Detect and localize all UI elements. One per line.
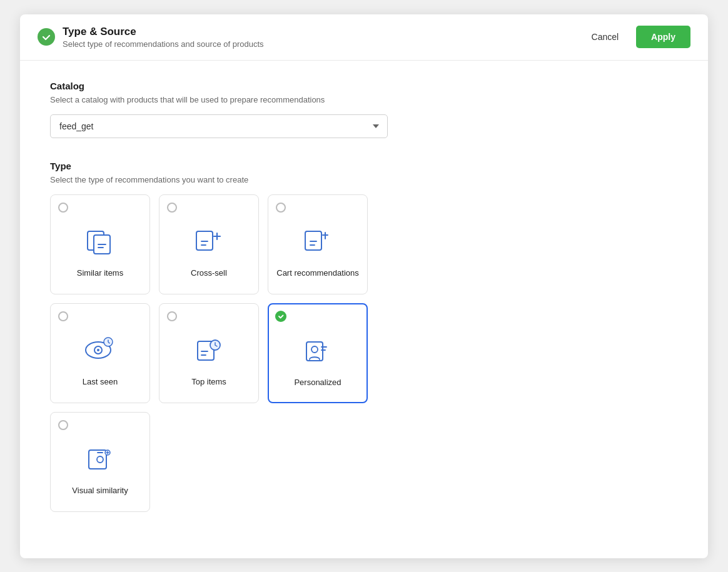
- type-card-visual-similarity[interactable]: Visual similarity: [50, 412, 150, 512]
- similar-items-label: Similar items: [77, 268, 123, 279]
- catalog-section-desc: Select a catalog with products that will…: [50, 95, 678, 104]
- catalog-section: Catalog Select a catalog with products t…: [50, 81, 678, 138]
- svg-rect-2: [196, 231, 213, 250]
- type-card-grid: Similar items Cross-sell: [50, 194, 678, 512]
- svg-rect-3: [305, 231, 321, 250]
- header-left: Type & Source Select type of recommendat…: [38, 26, 264, 49]
- visual-similarity-icon: [81, 440, 119, 478]
- type-card-cross-sell[interactable]: Cross-sell: [159, 194, 259, 294]
- svg-point-11: [311, 346, 318, 353]
- radio-last-seen: [58, 311, 68, 321]
- type-card-cart-recommendations[interactable]: Cart recommendations: [268, 194, 368, 294]
- type-card-personalized[interactable]: Personalized: [268, 303, 368, 403]
- svg-point-6: [97, 349, 99, 351]
- radio-top-items: [167, 311, 177, 321]
- type-section-desc: Select the type of recommendations you w…: [50, 175, 678, 184]
- header-title-group: Type & Source Select type of recommendat…: [63, 26, 264, 49]
- cross-sell-label: Cross-sell: [191, 268, 227, 279]
- personalized-icon: [299, 332, 336, 369]
- visual-similarity-label: Visual similarity: [72, 485, 128, 496]
- top-items-label: Top items: [191, 376, 226, 388]
- page-subtitle: Select type of recommendations and sourc…: [63, 39, 264, 49]
- type-card-top-items[interactable]: Top items: [159, 303, 259, 403]
- page-title: Type & Source: [63, 26, 264, 38]
- cancel-button[interactable]: Cancel: [584, 27, 627, 47]
- svg-point-13: [97, 456, 103, 463]
- catalog-select-wrapper: feed_get feed_2 feed_3: [50, 114, 388, 138]
- last-seen-label: Last seen: [83, 376, 118, 388]
- cart-recommendations-label: Cart recommendations: [276, 268, 359, 279]
- radio-similar-items: [58, 203, 68, 213]
- type-card-last-seen[interactable]: Last seen: [50, 303, 150, 403]
- apply-button[interactable]: Apply: [636, 26, 690, 48]
- top-items-icon: [190, 331, 228, 369]
- cart-recommendations-icon: [299, 223, 336, 260]
- radio-visual-similarity: [58, 420, 68, 430]
- radio-cart-recommendations: [276, 203, 286, 213]
- selected-check-badge: [275, 311, 286, 322]
- step-check-icon: [38, 28, 55, 46]
- type-section: Type Select the type of recommendations …: [50, 161, 678, 512]
- similar-items-icon: [81, 223, 119, 260]
- modal-header: Type & Source Select type of recommendat…: [20, 14, 708, 61]
- catalog-section-title: Catalog: [50, 81, 678, 91]
- radio-cross-sell: [167, 203, 177, 213]
- svg-rect-10: [306, 342, 323, 361]
- type-card-similar-items[interactable]: Similar items: [50, 194, 150, 294]
- modal-container: Type & Source Select type of recommendat…: [20, 14, 708, 558]
- personalized-label: Personalized: [294, 377, 341, 388]
- type-section-title: Type: [50, 161, 678, 171]
- last-seen-icon: [81, 331, 119, 369]
- header-actions: Cancel Apply: [584, 26, 690, 48]
- catalog-select[interactable]: feed_get feed_2 feed_3: [50, 114, 388, 138]
- cross-sell-icon: [190, 223, 228, 260]
- modal-content: Catalog Select a catalog with products t…: [20, 61, 708, 558]
